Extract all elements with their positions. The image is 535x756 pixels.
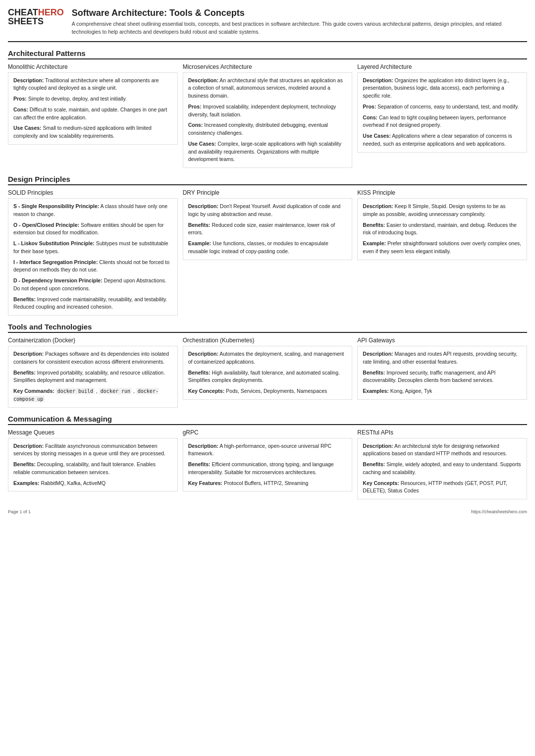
section-title-3: Communication & Messaging <box>8 415 527 425</box>
card-1-0: S - Single Responsibility Principle: A c… <box>8 198 178 316</box>
col-title-1-2: KISS Principle <box>357 189 527 196</box>
section-1: Design PrinciplesSOLID PrinciplesS - Sin… <box>8 175 527 316</box>
card-1-2: Description: Keep It Simple, Stupid. Des… <box>357 198 527 260</box>
card-3-1: Description: A high-performance, open-so… <box>183 438 353 492</box>
item-label-0-2-2: Cons: <box>363 114 377 120</box>
logo-cheat: CHEAT <box>8 7 38 17</box>
code-2-0-2-0: docker build <box>56 388 95 394</box>
item-label-1-0-1: O - Open/Closed Principle: <box>13 222 79 228</box>
card-item-0-1-3: Use Cases: Complex, large-scale applicat… <box>188 140 347 163</box>
card-item-3-2-1: Benefits: Simple, widely adopted, and ea… <box>363 461 522 477</box>
card-1-1: Description: Don't Repeat Yourself. Avoi… <box>183 198 353 260</box>
col-3-1: gRPCDescription: A high-performance, ope… <box>183 429 353 500</box>
item-label-0-1-3: Use Cases: <box>188 141 216 147</box>
card-item-0-2-0: Description: Organizes the application i… <box>363 77 522 100</box>
card-item-1-2-0: Description: Keep It Simple, Stupid. Des… <box>363 203 522 218</box>
item-label-3-2-2: Key Concepts: <box>363 480 399 486</box>
col-title-2-0: Containerization (Docker) <box>8 337 178 344</box>
card-item-2-1-0: Description: Automates the deployment, s… <box>188 350 347 366</box>
card-item-3-1-2: Key Features: Protocol Buffers, HTTP/2, … <box>188 480 347 487</box>
item-label-3-0-2: Examples: <box>13 480 40 486</box>
card-item-0-0-1: Pros: Simple to develop, deploy, and tes… <box>13 95 172 103</box>
col-0-1: Microservices ArchitectureDescription: A… <box>183 63 353 168</box>
item-label-0-1-1: Pros: <box>188 104 202 109</box>
card-item-0-2-3: Use Cases: Applications where a clear se… <box>363 132 522 148</box>
item-label-1-1-2: Example: <box>188 240 212 246</box>
col-title-3-2: RESTful APIs <box>357 429 527 436</box>
item-label-1-0-5: Benefits: <box>13 296 36 302</box>
card-item-2-0-1: Benefits: Improved portability, scalabil… <box>13 369 172 385</box>
card-3-0: Description: Facilitate asynchronous com… <box>8 438 178 492</box>
card-item-1-0-5: Benefits: Improved code maintainability,… <box>13 296 172 312</box>
item-label-0-1-2: Cons: <box>188 122 203 128</box>
card-item-0-0-3: Use Cases: Small to medium-sized applica… <box>13 124 172 140</box>
code-2-0-2-1: docker run <box>99 388 132 394</box>
col-title-2-1: Orchestration (Kubernetes) <box>183 337 353 344</box>
item-label-2-1-1: Benefits: <box>188 370 211 376</box>
card-item-3-2-0: Description: An architectural style for … <box>363 442 522 458</box>
item-label-2-1-2: Key Concepts: <box>188 388 225 394</box>
card-item-0-2-2: Cons: Can lead to tight coupling between… <box>363 114 522 130</box>
page-title: Software Architecture: Tools & Concepts <box>72 8 527 18</box>
card-item-1-0-4: D - Dependency Inversion Principle: Depe… <box>13 277 172 293</box>
col-title-2-2: API Gateways <box>357 337 527 344</box>
page-number: Page 1 of 1 <box>8 509 31 514</box>
logo-sheets: SHEETS <box>8 16 44 26</box>
card-2-0: Description: Packages software and its d… <box>8 346 178 408</box>
header-description: A comprehensive cheat sheet outlining es… <box>72 20 527 36</box>
col-title-1-0: SOLID Principles <box>8 189 178 196</box>
col-1-0: SOLID PrinciplesS - Single Responsibilit… <box>8 189 178 316</box>
item-label-2-0-0: Description: <box>13 351 44 357</box>
card-item-1-0-3: I - Interface Segregation Principle: Cli… <box>13 259 172 274</box>
item-label-3-0-1: Benefits: <box>13 461 36 467</box>
item-label-0-2-3: Use Cases: <box>363 133 391 139</box>
card-item-3-1-1: Benefits: Efficient communication, stron… <box>188 461 347 477</box>
card-item-3-0-1: Benefits: Decoupling, scalability, and f… <box>13 461 172 477</box>
item-label-1-0-4: D - Dependency Inversion Principle: <box>13 277 103 283</box>
card-item-1-2-1: Benefits: Easier to understand, maintain… <box>363 221 522 237</box>
card-item-1-1-1: Benefits: Reduced code size, easier main… <box>188 221 347 237</box>
item-label-1-1-1: Benefits: <box>188 222 211 228</box>
sections-container: Architectural PatternsMonolithic Archite… <box>8 49 527 500</box>
col-title-3-0: Message Queues <box>8 429 178 436</box>
section-title-2: Tools and Technologies <box>8 323 527 333</box>
card-item-1-1-0: Description: Don't Repeat Yourself. Avoi… <box>188 203 347 218</box>
item-label-1-1-0: Description: <box>188 203 218 209</box>
section-title-0: Architectural Patterns <box>8 49 527 59</box>
section-2: Tools and TechnologiesContainerization (… <box>8 323 527 408</box>
card-item-3-1-0: Description: A high-performance, open-so… <box>188 442 347 458</box>
item-label-1-2-1: Benefits: <box>363 222 385 228</box>
item-label-0-0-2: Cons: <box>13 107 28 112</box>
card-item-2-1-2: Key Concepts: Pods, Services, Deployment… <box>188 387 347 395</box>
footer-url[interactable]: https://cheatsheetshero.com <box>471 509 527 514</box>
card-0-0: Description: Traditional architecture wh… <box>8 72 178 145</box>
item-label-3-2-0: Description: <box>363 443 393 449</box>
card-item-0-2-1: Pros: Separation of concerns, easy to un… <box>363 103 522 111</box>
col-0-0: Monolithic ArchitectureDescription: Trad… <box>8 63 178 168</box>
card-0-1: Description: An architectural style that… <box>183 72 353 168</box>
col-3-2: RESTful APIsDescription: An architectura… <box>357 429 527 500</box>
item-label-3-1-0: Description: <box>188 443 218 449</box>
card-item-2-2-1: Benefits: Improved security, traffic man… <box>363 369 522 385</box>
item-label-0-0-0: Description: <box>13 77 44 83</box>
item-label-0-0-1: Pros: <box>13 96 27 102</box>
item-label-2-2-2: Examples: <box>363 388 389 394</box>
col-2-2: API GatewaysDescription: Manages and rou… <box>357 337 527 408</box>
item-label-3-2-1: Benefits: <box>363 461 385 467</box>
col-2-0: Containerization (Docker)Description: Pa… <box>8 337 178 408</box>
item-label-2-2-1: Benefits: <box>363 370 385 376</box>
card-item-2-0-0: Description: Packages software and its d… <box>13 350 172 366</box>
col-0-2: Layered ArchitectureDescription: Organiz… <box>357 63 527 168</box>
card-item-2-2-0: Description: Manages and routes API requ… <box>363 350 522 366</box>
section-grid-0: Monolithic ArchitectureDescription: Trad… <box>8 63 527 168</box>
item-label-1-0-0: S - Single Responsibility Principle: <box>13 203 99 209</box>
col-1-2: KISS PrincipleDescription: Keep It Simpl… <box>357 189 527 316</box>
card-0-2: Description: Organizes the application i… <box>357 72 527 153</box>
card-item-0-0-0: Description: Traditional architecture wh… <box>13 77 172 93</box>
card-item-1-0-1: O - Open/Closed Principle: Software enti… <box>13 221 172 237</box>
section-grid-3: Message QueuesDescription: Facilitate as… <box>8 429 527 500</box>
section-title-1: Design Principles <box>8 175 527 185</box>
item-label-1-0-3: I - Interface Segregation Principle: <box>13 259 98 265</box>
card-item-0-0-2: Cons: Difficult to scale, maintain, and … <box>13 106 172 122</box>
section-0: Architectural PatternsMonolithic Archite… <box>8 49 527 168</box>
